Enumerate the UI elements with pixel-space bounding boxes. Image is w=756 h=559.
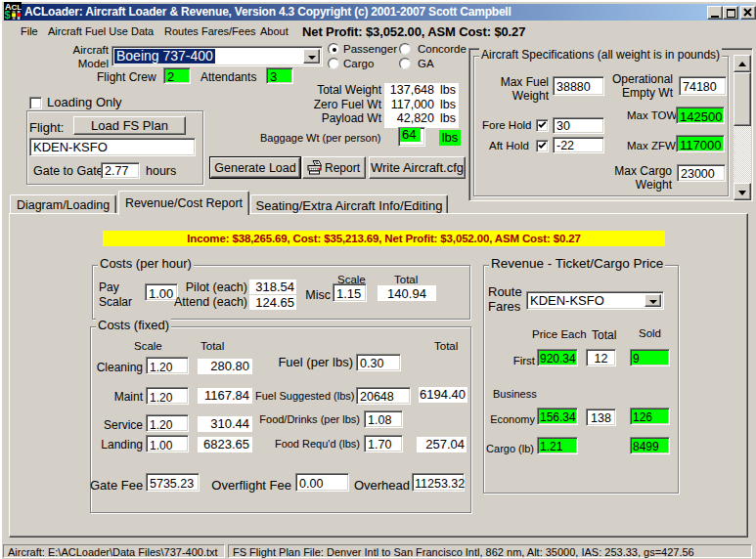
svg-text:CL: CL [12, 3, 22, 12]
svg-text:$: $ [5, 9, 11, 20]
